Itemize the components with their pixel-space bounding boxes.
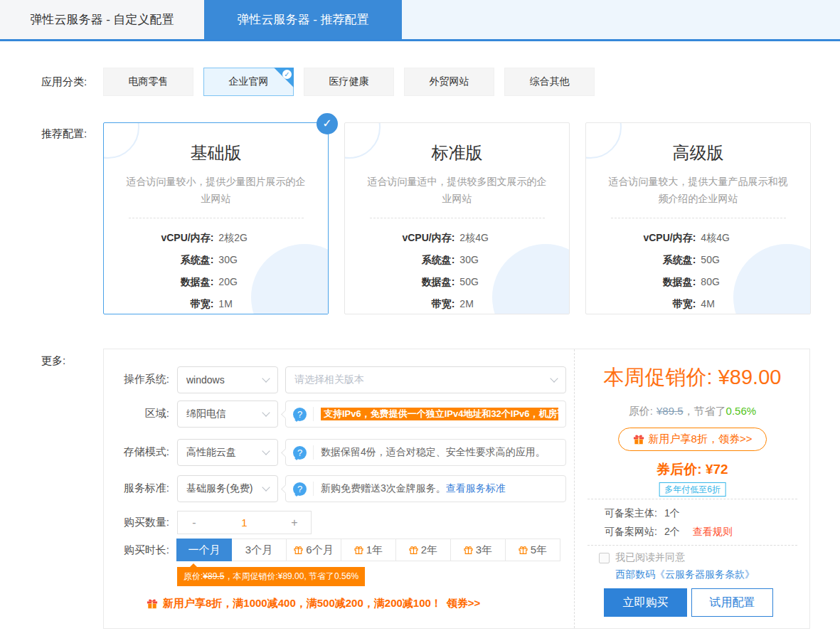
category-item-healthcare[interactable]: 医疗健康: [304, 68, 394, 96]
service-tip: ? 新购免费赠送3次金牌服务。 查看服务标准: [285, 475, 566, 502]
divider: [129, 218, 304, 218]
config-panel: 操作系统: windows 请选择相关版本 区域: 绵阳电信 ? 支持IPv6，…: [103, 349, 810, 629]
agree-text: 我已阅读并同意: [615, 551, 685, 564]
service-select[interactable]: 基础服务(免费): [177, 475, 278, 502]
region-tip-text[interactable]: 支持IPv6，免费提供一个独立IPv4地址和32个IPv6，机房详情>>: [321, 408, 558, 420]
view-rules-link[interactable]: 查看规则: [693, 526, 733, 537]
service-tip-text: 新购免费赠送3次金牌服务。: [321, 482, 446, 495]
spec-value: 50G: [701, 249, 719, 271]
plan-card-basic[interactable]: ✓ 基础版 适合访问量较小，提供少量图片展示的企业网站 vCPU/内存:2核2G…: [103, 122, 329, 314]
gift-icon: [464, 546, 473, 554]
region-tip: ? 支持IPv6，免费提供一个独立IPv4地址和32个IPv6，机房详情>>: [285, 401, 566, 428]
duration-option-label: 2年: [421, 543, 437, 557]
spec-value: 50G: [459, 271, 478, 293]
help-icon: ?: [293, 408, 307, 421]
chevron-down-icon: [262, 483, 270, 491]
chevron-down-icon: [262, 374, 270, 382]
spec-label: 数据盘:: [345, 271, 454, 293]
filing-site-label: 可备案网站:: [605, 526, 657, 537]
filing-site-row: 可备案网站:2个查看规则: [605, 526, 733, 539]
gift-icon: [409, 546, 418, 554]
spec-label: vCPU/内存:: [586, 227, 696, 249]
coupon-button-label: 新用户享8折，领券>>: [649, 433, 753, 446]
original-price-label: 原价:: [629, 405, 653, 417]
spec-value: 1M: [218, 293, 232, 315]
category-item-corporate-site[interactable]: 企业官网 ✓: [203, 68, 294, 96]
spec-value: 2M: [459, 293, 473, 315]
filing-subject-label: 可备案主体:: [605, 507, 657, 519]
storage-tip: ? 数据保留4份，适合对稳定、安全性要求高的应用。: [285, 439, 566, 466]
plan-card-standard[interactable]: 标准版 适合访问量适中，提供较多图文展示的企业网站 vCPU/内存:2核4G 系…: [344, 122, 570, 314]
storage-select[interactable]: 高性能云盘: [177, 439, 278, 466]
get-coupon-link[interactable]: 领券>>: [447, 597, 481, 610]
duration-option-1month[interactable]: 一个月: [176, 539, 232, 561]
os-version-placeholder: 请选择相关版本: [294, 373, 364, 386]
os-select[interactable]: windows: [177, 366, 278, 393]
category-item-ecommerce[interactable]: 电商零售: [103, 68, 193, 96]
service-label: 服务标准:: [104, 482, 169, 495]
duration-option-label: 1年: [366, 543, 383, 557]
category-item-label: 企业官网: [229, 75, 269, 88]
plan-specs: vCPU/内存:2核4G 系统盘:30G 数据盘:50G 带宽:2M: [345, 227, 569, 315]
spec-value: 20G: [218, 271, 237, 293]
chevron-down-icon: [550, 374, 558, 382]
spec-value: 2核2G: [218, 227, 247, 249]
duration-option-3years[interactable]: 3年: [450, 539, 506, 561]
promo-price-label: 本周促销价:: [604, 366, 713, 388]
plan-description: 适合访问量较大，提供大量产品展示和视频介绍的企业网站: [605, 173, 792, 207]
help-icon: ?: [293, 446, 307, 460]
duration-option-6months[interactable]: 6个月: [286, 539, 341, 561]
divider: [370, 218, 545, 218]
plan-title: 高级版: [586, 142, 810, 164]
service-standard-link[interactable]: 查看服务标准: [446, 482, 506, 495]
quantity-label: 购买数量:: [104, 516, 169, 529]
duration-option-1year[interactable]: 1年: [341, 539, 396, 561]
promo-price-line: 本周促销价: ¥89.00: [575, 364, 810, 392]
tab-recommended-config[interactable]: 弹性云服务器 - 推荐配置: [204, 0, 402, 39]
plan-description: 适合访问量较小，提供少量图片展示的企业网站: [123, 173, 309, 207]
buy-now-button[interactable]: 立即购买: [604, 588, 687, 617]
duration-option-2years[interactable]: 2年: [395, 539, 451, 561]
tooltip-original-price: ¥89.5: [203, 571, 224, 581]
duration-label: 购买时长:: [104, 543, 169, 557]
os-version-select[interactable]: 请选择相关版本: [285, 366, 566, 393]
os-select-value: windows: [186, 374, 225, 386]
duration-option-3months[interactable]: 3个月: [231, 539, 287, 561]
spec-label: 数据盘:: [104, 271, 213, 293]
category-item-other[interactable]: 综合其他: [504, 68, 595, 96]
gift-icon: [633, 434, 644, 445]
tab-custom-config[interactable]: 弹性云服务器 - 自定义配置: [0, 0, 204, 39]
agree-checkbox[interactable]: [599, 553, 610, 563]
quantity-decrease-button[interactable]: -: [177, 511, 211, 534]
region-select[interactable]: 绵阳电信: [177, 401, 278, 428]
terms-link[interactable]: 西部数码《云服务器服务条款》: [615, 568, 755, 581]
filing-subject-value: 1个: [664, 507, 680, 519]
plan-cards: ✓ 基础版 适合访问量较小，提供少量图片展示的企业网站 vCPU/内存:2核2G…: [103, 122, 811, 314]
new-user-coupon-button[interactable]: 新用户享8折，领券>>: [618, 428, 767, 451]
category-item-foreign-trade[interactable]: 外贸网站: [404, 68, 494, 96]
spec-value: 30G: [218, 249, 237, 271]
trial-config-button[interactable]: 试用配置: [691, 588, 773, 617]
spec-value: 4核4G: [701, 227, 729, 249]
plan-card-premium[interactable]: 高级版 适合访问量较大，提供大量产品展示和视频介绍的企业网站 vCPU/内存:4…: [585, 122, 811, 314]
storage-tip-text: 数据保留4份，适合对稳定、安全性要求高的应用。: [321, 446, 546, 459]
region-label: 区域:: [104, 407, 169, 420]
price-tooltip: 原价:¥89.5，本周促销价:¥89.00, 节省了0.56%: [177, 567, 365, 586]
quantity-increase-button[interactable]: +: [278, 511, 312, 534]
gift-icon: [294, 546, 303, 554]
pricing-panel: 本周促销价: ¥89.00 原价:¥89.5，节省了0.56% 新用户享8折，领…: [574, 349, 810, 628]
duration-options: 一个月 3个月 6个月 1年 2年 3年 5年: [177, 539, 560, 561]
divider: [313, 445, 314, 460]
region-select-value: 绵阳电信: [186, 408, 226, 420]
chevron-down-icon: [262, 408, 270, 416]
chevron-down-icon: [262, 447, 270, 455]
plan-title: 基础版: [104, 142, 328, 164]
multiyear-badge-wrap: 多年付低至6折: [659, 482, 726, 496]
filing-subject-row: 可备案主体:1个: [605, 507, 680, 520]
spec-label: 系统盘:: [104, 249, 213, 271]
duration-option-label: 5年: [531, 543, 547, 557]
duration-option-5years[interactable]: 5年: [505, 539, 560, 561]
quantity-value[interactable]: 1: [211, 511, 278, 534]
multiyear-discount-badge[interactable]: 多年付低至6折: [659, 482, 726, 497]
category-list: 电商零售 企业官网 ✓ 医疗健康 外贸网站 综合其他: [103, 68, 595, 96]
